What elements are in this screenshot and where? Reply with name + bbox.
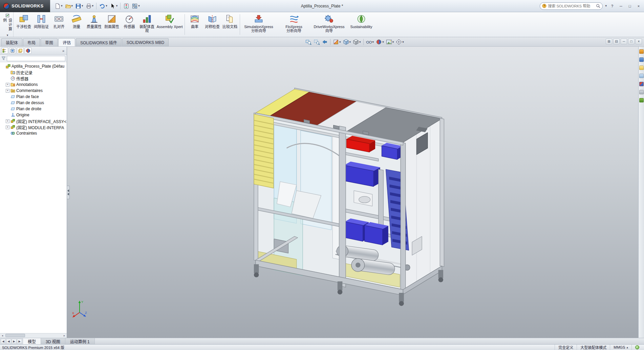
doc-minimize-button[interactable]: ─ bbox=[621, 39, 627, 44]
tab-solidworks-mbd[interactable]: SOLIDWORKS MBD bbox=[122, 38, 169, 46]
minimize-button[interactable]: ─ bbox=[618, 3, 624, 9]
tab-sketch[interactable]: 草图 bbox=[41, 38, 58, 46]
tree-item-history[interactable]: 历史记录 bbox=[1, 69, 67, 75]
view-orientation-button[interactable]: ▾ bbox=[342, 38, 352, 46]
print-button[interactable]: ▾ bbox=[85, 2, 95, 10]
hide-show-items-button[interactable]: ▾ bbox=[365, 38, 375, 46]
tool-clearance-verify[interactable]: 间隙验证 bbox=[33, 12, 50, 37]
panel-expand-icon[interactable]: » bbox=[61, 49, 65, 53]
expand-icon[interactable]: + bbox=[6, 125, 9, 129]
options-button[interactable]: ▾ bbox=[131, 2, 141, 10]
help-button[interactable]: ? bbox=[609, 3, 616, 9]
help-search-box[interactable] bbox=[540, 2, 603, 10]
tree-root[interactable]: Aptilla_Process_Plate (Défau bbox=[1, 63, 67, 69]
close-button[interactable]: × bbox=[635, 3, 642, 9]
prev-tab-button[interactable]: ◀ bbox=[6, 339, 11, 344]
tool-driveworksxpress[interactable]: DriveWorksXpress 向导 bbox=[312, 12, 347, 37]
pane-split-right-button[interactable]: ⊟ bbox=[613, 39, 620, 44]
graphics-viewport[interactable]: Y X Z bbox=[67, 47, 644, 338]
tab-motion-study[interactable]: 运动算例 1 bbox=[65, 338, 95, 344]
tree-item-plan-de-face[interactable]: Plan de face bbox=[1, 94, 67, 100]
view-palette-icon[interactable] bbox=[639, 74, 644, 78]
search-scope-chevron-icon[interactable]: ▾ bbox=[605, 4, 607, 7]
tool-compare-documents[interactable]: 比较文档 bbox=[221, 12, 239, 37]
tree-item-plan-de-droite[interactable]: Plan de droite bbox=[1, 106, 67, 112]
featuremanager-tab[interactable] bbox=[1, 47, 8, 54]
next-tab-button[interactable]: ▶ bbox=[12, 339, 17, 344]
panel-collapse-handle[interactable] bbox=[67, 186, 70, 199]
tree-item-contraintes[interactable]: Contraintes bbox=[1, 130, 67, 136]
last-tab-button[interactable]: ▶ bbox=[17, 339, 22, 344]
select-button[interactable]: ▾ bbox=[109, 2, 119, 10]
edit-appearance-button[interactable]: ▾ bbox=[375, 38, 385, 46]
tool-interference-check[interactable]: 干涉检查 bbox=[15, 12, 33, 37]
view-settings-button[interactable]: ▾ bbox=[395, 38, 405, 46]
ribbon-separator bbox=[185, 14, 185, 35]
doc-close-button[interactable]: × bbox=[636, 39, 642, 44]
previous-view-button[interactable] bbox=[321, 38, 328, 46]
undo-button[interactable]: ▾ bbox=[98, 2, 108, 10]
search-input[interactable] bbox=[548, 4, 595, 8]
scroll-right-icon[interactable]: ▸ bbox=[62, 333, 67, 338]
tool-floxpress[interactable]: FloXpress 分析向导 bbox=[276, 12, 312, 37]
tool-simulationxpress[interactable]: SimulationXpress 分析向导 bbox=[241, 12, 276, 37]
displaymanager-tab[interactable] bbox=[25, 47, 31, 54]
tool-measure[interactable]: 测量 bbox=[68, 12, 85, 37]
assembly-model[interactable] bbox=[67, 47, 644, 338]
appearances-icon[interactable] bbox=[639, 82, 644, 86]
rebuild-button[interactable] bbox=[122, 2, 130, 10]
filter-funnel-icon[interactable] bbox=[1, 56, 6, 61]
tool-curvature[interactable]: 曲率 bbox=[186, 12, 203, 37]
doc-restore-button[interactable]: □ bbox=[628, 39, 635, 44]
tree-filter-input[interactable] bbox=[7, 56, 65, 61]
forum-icon[interactable] bbox=[639, 98, 644, 102]
expand-icon[interactable]: + bbox=[6, 89, 9, 93]
design-study-cell[interactable]: 设计算例 ▾ bbox=[1, 12, 14, 37]
tab-evaluate[interactable]: 评估 bbox=[58, 38, 75, 46]
panel-horizontal-scrollbar[interactable]: ◂ ▸ bbox=[0, 333, 67, 338]
tool-assemblyxpert[interactable]: Assembly Xpert bbox=[156, 12, 184, 37]
tool-sustainability[interactable]: Sustainability bbox=[347, 12, 376, 37]
tree-item-interface-assy[interactable]: + (固定) INTERFACE_ASSY< bbox=[1, 118, 67, 124]
new-document-button[interactable]: ▾ bbox=[53, 2, 64, 10]
scrollbar-thumb[interactable] bbox=[5, 334, 25, 337]
propertymanager-tab[interactable] bbox=[9, 47, 16, 54]
save-button[interactable]: ▾ bbox=[74, 2, 84, 10]
design-library-icon[interactable] bbox=[639, 57, 644, 62]
tool-sensor[interactable]: 传感器 bbox=[121, 12, 138, 37]
first-tab-button[interactable]: ◀ bbox=[1, 339, 6, 344]
tab-layout[interactable]: 布局 bbox=[23, 38, 40, 46]
tab-solidworks-addins[interactable]: SOLIDWORKS 插件 bbox=[76, 38, 122, 46]
section-view-button[interactable]: ▾ bbox=[332, 38, 342, 46]
tree-item-sensors[interactable]: 传感器 bbox=[1, 75, 67, 81]
tree-item-commentaires[interactable]: + Commentaires bbox=[1, 88, 67, 94]
scroll-left-icon[interactable]: ◂ bbox=[0, 333, 5, 338]
expand-icon[interactable]: + bbox=[6, 83, 9, 87]
tab-3d-views[interactable]: 3D 视图 bbox=[41, 338, 65, 344]
tab-model[interactable]: 模型 bbox=[23, 338, 41, 344]
file-explorer-icon[interactable] bbox=[639, 66, 644, 70]
tool-assembly-visualization[interactable]: 装配体直观 bbox=[138, 12, 156, 37]
tool-section-properties[interactable]: 剖面属性 bbox=[103, 12, 121, 37]
apply-scene-button[interactable]: ▾ bbox=[385, 38, 395, 46]
configurationmanager-tab[interactable] bbox=[17, 47, 24, 54]
expand-icon[interactable]: + bbox=[6, 119, 9, 123]
pane-split-left-button[interactable]: ⊞ bbox=[606, 39, 612, 44]
units-dropdown[interactable]: MMGS▴ bbox=[610, 345, 631, 350]
open-button[interactable]: ▾ bbox=[64, 2, 74, 10]
tool-symmetry-check[interactable]: 对称检查 bbox=[203, 12, 221, 37]
tab-assembly[interactable]: 装配体 bbox=[1, 38, 22, 46]
solidworks-resources-icon[interactable] bbox=[639, 49, 644, 54]
tree-item-annotations[interactable]: + Annotations bbox=[1, 81, 67, 88]
tree-item-plan-de-dessus[interactable]: Plan de dessus bbox=[1, 100, 67, 106]
tree-item-origine[interactable]: Origine bbox=[1, 112, 67, 118]
tree-item-module-interface[interactable]: + (固定) MODULE-INTERFA bbox=[1, 124, 67, 130]
custom-properties-icon[interactable] bbox=[639, 90, 644, 94]
tool-mass-properties[interactable]: 质量属性 bbox=[85, 12, 103, 37]
zoom-area-button[interactable] bbox=[313, 38, 320, 46]
zoom-fit-button[interactable] bbox=[305, 38, 312, 46]
display-style-button[interactable]: ▾ bbox=[352, 38, 362, 46]
maximize-button[interactable]: □ bbox=[626, 3, 633, 9]
search-icon[interactable] bbox=[596, 4, 600, 8]
tool-hole-alignment[interactable]: 孔对齐 bbox=[50, 12, 68, 37]
